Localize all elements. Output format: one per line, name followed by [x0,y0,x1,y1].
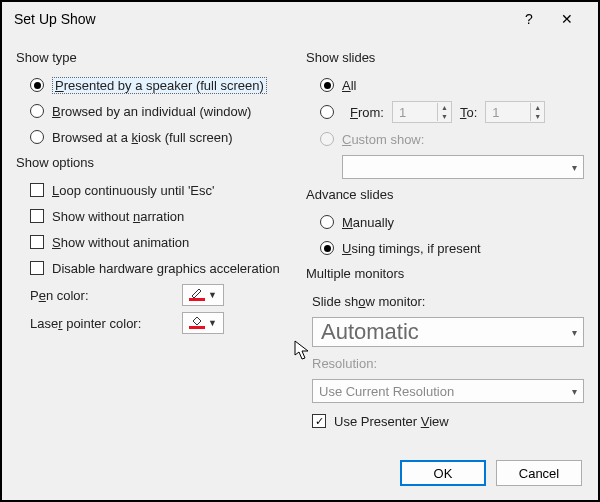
laser-color-button[interactable]: ▼ [182,312,224,334]
left-column: Show type Presented by a speaker (full s… [16,42,294,437]
close-button[interactable]: ✕ [548,5,586,33]
titlebar: Set Up Show ? ✕ [2,2,598,36]
show-options-title: Show options [16,155,294,170]
radio-icon [320,78,334,92]
multiple-monitors-title: Multiple monitors [306,266,584,281]
resolution-label: Resolution: [312,353,584,373]
right-column: Show slides All From: 1 ▲▼ To: 1 [306,42,584,437]
chevron-down-icon: ▾ [572,327,577,338]
check-label: Use Presenter View [334,414,449,429]
to-value: 1 [486,105,530,120]
radio-manually[interactable]: Manually [320,212,584,232]
laser-color-row: Laser pointer color: ▼ [30,312,294,334]
from-spinner[interactable]: 1 ▲▼ [392,101,452,123]
show-slides-title: Show slides [306,50,584,65]
checkbox-icon [30,209,44,223]
pen-color-row: Pen color: ▼ [30,284,294,306]
checkbox-icon [312,414,326,428]
check-label: Loop continuously until 'Esc' [52,183,215,198]
check-without-animation[interactable]: Show without animation [30,232,294,252]
chevron-down-icon: ▾ [572,162,577,173]
radio-label: Presented by a speaker (full screen) [52,77,267,94]
chevron-down-icon: ▼ [208,290,217,300]
to-label: To: [460,105,477,120]
custom-show-combo: ▾ [342,155,584,179]
radio-from-to[interactable]: From: 1 ▲▼ To: 1 ▲▼ [320,101,584,123]
radio-presented-speaker[interactable]: Presented by a speaker (full screen) [30,75,294,95]
ok-button[interactable]: OK [400,460,486,486]
from-value: 1 [393,105,437,120]
radio-icon [30,104,44,118]
radio-label: Browsed at a kiosk (full screen) [52,130,233,145]
radio-label: Manually [342,215,394,230]
dialog-content: Show type Presented by a speaker (full s… [2,36,598,437]
check-presenter-view[interactable]: Use Presenter View [312,411,584,431]
svg-rect-0 [189,298,205,301]
to-spinner[interactable]: 1 ▲▼ [485,101,545,123]
check-label: Show without animation [52,235,189,250]
radio-icon [320,215,334,229]
radio-icon [320,241,334,255]
check-loop[interactable]: Loop continuously until 'Esc' [30,180,294,200]
radio-icon [30,130,44,144]
pen-icon [189,287,205,304]
dialog-buttons: OK Cancel [400,460,582,486]
help-button[interactable]: ? [510,5,548,33]
radio-label: Using timings, if present [342,241,481,256]
check-without-narration[interactable]: Show without narration [30,206,294,226]
slide-show-monitor-combo[interactable]: Automatic ▾ [312,317,584,347]
advance-slides-title: Advance slides [306,187,584,202]
radio-icon [320,105,334,119]
radio-browsed-individual[interactable]: Browsed by an individual (window) [30,101,294,121]
dialog-title: Set Up Show [14,11,510,27]
spinner-arrows: ▲▼ [437,103,451,121]
radio-all-slides[interactable]: All [320,75,584,95]
checkbox-icon [30,183,44,197]
check-label: Disable hardware graphics acceleration [52,261,280,276]
show-type-title: Show type [16,50,294,65]
check-label: Show without narration [52,209,184,224]
combo-value: Use Current Resolution [319,384,454,399]
cancel-button[interactable]: Cancel [496,460,582,486]
pen-color-label: Pen color: [30,288,89,303]
pen-color-button[interactable]: ▼ [182,284,224,306]
radio-label: Browsed by an individual (window) [52,104,251,119]
check-disable-hw-accel[interactable]: Disable hardware graphics acceleration [30,258,294,278]
from-label: From: [350,105,384,120]
custom-show-label: Custom show: [342,132,424,147]
svg-rect-1 [189,326,205,329]
radio-icon [30,78,44,92]
chevron-down-icon: ▼ [208,318,217,328]
resolution-combo: Use Current Resolution ▾ [312,379,584,403]
radio-custom-show: Custom show: [320,129,584,149]
chevron-down-icon: ▾ [572,386,577,397]
slide-show-monitor-label: Slide show monitor: [312,291,584,311]
checkbox-icon [30,261,44,275]
radio-using-timings[interactable]: Using timings, if present [320,238,584,258]
radio-icon [320,132,334,146]
checkbox-icon [30,235,44,249]
laser-color-label: Laser pointer color: [30,316,141,331]
spinner-arrows: ▲▼ [530,103,544,121]
bucket-icon [189,315,205,332]
radio-label: All [342,78,356,93]
combo-value: Automatic [321,319,419,345]
radio-browsed-kiosk[interactable]: Browsed at a kiosk (full screen) [30,127,294,147]
set-up-show-dialog: Set Up Show ? ✕ Show type Presented by a… [0,0,600,502]
